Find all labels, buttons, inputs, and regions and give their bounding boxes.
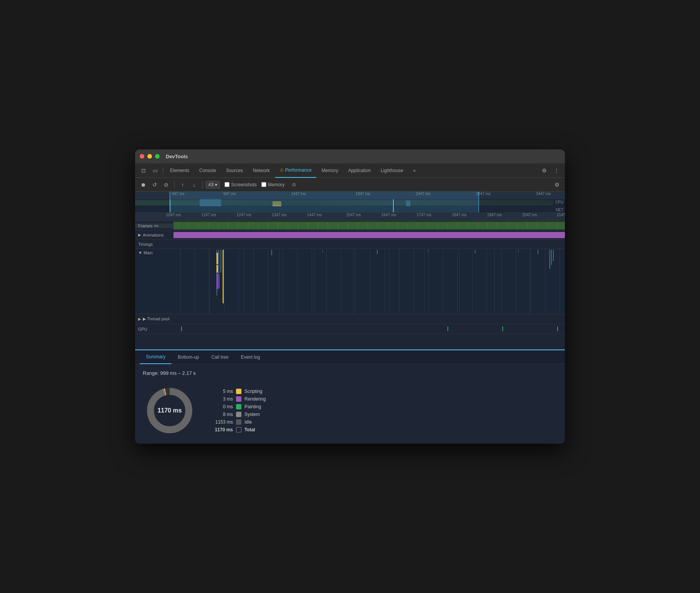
donut-center: 1170 ms — [157, 407, 182, 414]
gpu-bar-2 — [447, 326, 448, 331]
tab-call-tree[interactable]: Call tree — [205, 350, 235, 364]
grid-line-9 — [494, 249, 495, 314]
timings-label: Timings — [135, 242, 173, 247]
more-options-icon[interactable]: ⋮ — [551, 165, 562, 176]
legend-painting: 0 ms Painting — [212, 404, 266, 409]
system-label: System — [244, 412, 260, 417]
painting-value: 0 ms — [212, 404, 233, 409]
selection-line-left — [170, 199, 170, 213]
grid-line-8 — [459, 249, 460, 314]
close-button[interactable] — [140, 154, 144, 159]
tab-divider-1 — [163, 167, 163, 174]
time-label-2: 1147 ms — [201, 213, 216, 217]
tab-elements[interactable]: Elements — [165, 163, 194, 178]
screenshots-checkbox-label[interactable]: Screenshots — [225, 182, 257, 187]
cpu-label: CPU — [555, 200, 563, 204]
time-label-11: 2047 ms — [522, 213, 537, 217]
toolbar-divider-2 — [202, 181, 203, 189]
record-button[interactable]: ⏺ — [138, 180, 148, 190]
total-swatch — [236, 427, 241, 432]
grid-line-5 — [353, 249, 354, 314]
time-label-12: 2147 — [557, 213, 565, 217]
ruler-label-3: 1447 ms — [291, 192, 305, 196]
timings-content[interactable] — [173, 240, 565, 248]
gpu-bar-4 — [557, 326, 558, 331]
ruler-label-5: 2447 ms — [416, 192, 430, 196]
grid-line-3 — [279, 249, 279, 314]
animations-bar — [173, 232, 565, 238]
toolbar-right: ⚙ — [552, 180, 562, 190]
tab-performance[interactable]: ⚠ Performance — [275, 163, 316, 178]
flame-scattered-2 — [322, 250, 323, 253]
tab-application[interactable]: Application — [343, 163, 375, 178]
flame-scattered-1 — [271, 250, 272, 255]
time-label-1: 1047 ms — [166, 213, 181, 217]
timeline-overview[interactable]: 447 ms 947 ms 1447 ms 1947 ms 2447 ms 29… — [135, 192, 565, 213]
animations-content[interactable] — [173, 230, 565, 239]
timings-track: Timings — [135, 240, 565, 249]
time-label-5: 1447 ms — [307, 213, 322, 217]
reload-record-button[interactable]: ↺ — [150, 180, 160, 190]
ruler-label-6: 2947 ms — [476, 192, 490, 196]
tab-sources[interactable]: Sources — [221, 163, 248, 178]
download-button[interactable]: ↓ — [189, 180, 199, 190]
minimize-button[interactable] — [147, 154, 152, 159]
maximize-button[interactable] — [155, 154, 160, 159]
tab-more[interactable]: » — [409, 163, 421, 178]
settings-gear-icon[interactable]: ⚙ — [552, 180, 562, 190]
main-content[interactable] — [173, 249, 565, 314]
selection-line-right — [393, 199, 394, 213]
legend-total: 1170 ms Total — [212, 427, 266, 432]
flame-scattered-7 — [538, 250, 538, 254]
gpu-content[interactable] — [173, 324, 565, 334]
memory-checkbox[interactable] — [261, 182, 266, 187]
total-value: 1170 ms — [212, 427, 233, 432]
tab-network[interactable]: Network — [248, 163, 274, 178]
summary-legend: 5 ms Scripting 3 ms Rendering 0 ms — [212, 389, 266, 432]
flame-scattered-6 — [518, 250, 518, 253]
settings-icon[interactable]: ⚙ — [539, 165, 550, 176]
tab-summary[interactable]: Summary — [140, 350, 172, 364]
tab-console[interactable]: Console — [195, 163, 221, 178]
grid-line-6 — [389, 249, 389, 314]
flame-end-cluster-2 — [551, 250, 552, 265]
rendering-value: 3 ms — [212, 396, 233, 402]
capture-settings-icon[interactable]: ⛭ — [289, 180, 299, 190]
grid-line-1 — [209, 249, 209, 314]
tab-bar-right: ⚙ ⋮ — [539, 165, 562, 176]
flame-scripting-2 — [216, 265, 218, 273]
upload-button[interactable]: ↑ — [178, 180, 188, 190]
flame-thin-lines — [173, 249, 565, 314]
scripting-label: Scripting — [244, 389, 262, 394]
screenshots-checkbox[interactable] — [225, 182, 229, 187]
performance-toolbar: ⏺ ↺ ⊘ ↑ ↓ #3 ▾ Screenshots Memory ⛭ ⚙ — [135, 178, 565, 192]
tab-bottom-up[interactable]: Bottom-up — [172, 350, 205, 364]
tab-lighthouse[interactable]: Lighthouse — [376, 163, 408, 178]
flame-scattered-3 — [377, 250, 378, 254]
total-label: Total — [244, 427, 255, 432]
painting-label: Painting — [244, 404, 261, 409]
chevron-down-icon: ▾ — [215, 182, 217, 187]
tab-memory[interactable]: Memory — [317, 163, 343, 178]
idle-label: Idle — [244, 419, 252, 425]
tracks-spacer — [135, 334, 565, 350]
clear-button[interactable]: ⊘ — [161, 180, 171, 190]
thread-pool-content[interactable] — [173, 314, 565, 324]
toolbar-checkboxes: Screenshots Memory ⛭ — [225, 180, 299, 190]
time-label-4: 1347 ms — [272, 213, 286, 217]
time-label-9: 1847 ms — [452, 213, 466, 217]
device-toolbar-icon[interactable]: ▭ — [150, 165, 160, 176]
session-selector[interactable]: #3 ▾ — [206, 181, 220, 189]
flame-scripting-1 — [216, 253, 218, 264]
time-label-7: 1647 ms — [381, 213, 396, 217]
flame-scattered-5 — [475, 250, 475, 253]
animations-arrow: ▶ — [138, 233, 141, 237]
flame-bar-3 — [220, 250, 221, 273]
element-picker-icon[interactable]: ⊡ — [138, 165, 149, 176]
flame-tall-1 — [223, 250, 224, 303]
flame-rendering-2 — [218, 275, 220, 288]
frames-content[interactable]: // We'll generate this via JS after the … — [173, 221, 565, 230]
memory-checkbox-label[interactable]: Memory — [261, 182, 284, 187]
tab-event-log[interactable]: Event log — [234, 350, 266, 364]
time-label-3: 1247 ms — [236, 213, 251, 217]
